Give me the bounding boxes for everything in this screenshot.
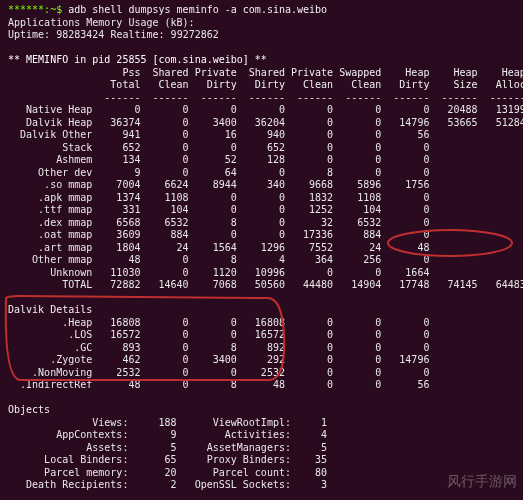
- table-row: Parcel memory: 20 Parcel count: 80: [8, 467, 515, 480]
- table-row: .oat mmap 3609 884 0 0 17336 884 0: [8, 229, 515, 242]
- table-header-2: Total Clean Dirty Dirty Clean Clean Dirt…: [8, 79, 515, 92]
- table-row: .NonMoving 2532 0 0 2532 0 0 0: [8, 367, 515, 380]
- objects-table: Views: 188 ViewRootImpl: 1 AppContexts: …: [8, 417, 515, 492]
- prompt-user-host: ******:~$: [8, 4, 62, 15]
- uptime-line: Uptime: 98283424 Realtime: 99272862: [8, 29, 515, 42]
- table-header-1: Pss Shared Private Shared Private Swappe…: [8, 67, 515, 80]
- table-row: Dalvik Heap 36374 0 3400 36204 0 0 14796…: [8, 117, 515, 130]
- dalvik-details-title: Dalvik Details: [8, 304, 515, 317]
- apps-mem-title: Applications Memory Usage (kB):: [8, 17, 515, 30]
- table-row: Native Heap 0 0 0 0 0 0 0 20488 13199 72…: [8, 104, 515, 117]
- table-row: AppContexts: 9 Activities: 4: [8, 429, 515, 442]
- dalvik-details-table: .Heap 16808 0 0 16808 0 0 0 .LOS 16572 0…: [8, 317, 515, 392]
- table-row: Ashmem 134 0 52 128 0 0 0: [8, 154, 515, 167]
- table-row: Other dev 9 0 64 0 8 0 0: [8, 167, 515, 180]
- meminfo-table: Native Heap 0 0 0 0 0 0 0 20488 13199 72…: [8, 104, 515, 292]
- table-row: Stack 652 0 0 652 0 0 0: [8, 142, 515, 155]
- table-row: Dalvik Other 941 0 16 940 0 0 56: [8, 129, 515, 142]
- table-row: TOTAL 72882 14640 7068 50560 44480 14904…: [8, 279, 515, 292]
- table-separator: ------ ------ ------ ------ ------ -----…: [8, 92, 515, 105]
- table-row: Other mmap 48 0 8 4 364 256 0: [8, 254, 515, 267]
- meminfo-title: ** MEMINFO in pid 25855 [com.sina.weibo]…: [8, 54, 515, 67]
- table-row: Death Recipients: 2 OpenSSL Sockets: 3: [8, 479, 515, 492]
- objects-title: Objects: [8, 404, 515, 417]
- table-row: .LOS 16572 0 0 16572 0 0 0: [8, 329, 515, 342]
- table-row: .GC 893 0 8 892 0 0 0: [8, 342, 515, 355]
- table-row: .dex mmap 6568 6532 8 0 32 6532 0: [8, 217, 515, 230]
- table-row: Assets: 5 AssetManagers: 5: [8, 442, 515, 455]
- table-row: .ttf mmap 331 104 0 0 1252 104 0: [8, 204, 515, 217]
- table-row: .apk mmap 1374 1108 0 0 1832 1108 0: [8, 192, 515, 205]
- table-row: .art mmap 1804 24 1564 1296 7552 24 48: [8, 242, 515, 255]
- table-row: .so mmap 7004 6624 8944 340 9668 5896 17…: [8, 179, 515, 192]
- shell-command: adb shell dumpsys meminfo -a com.sina.we…: [68, 4, 327, 15]
- shell-prompt-line[interactable]: ******:~$ adb shell dumpsys meminfo -a c…: [8, 4, 515, 17]
- table-row: .Heap 16808 0 0 16808 0 0 0: [8, 317, 515, 330]
- table-row: Local Binders: 65 Proxy Binders: 35: [8, 454, 515, 467]
- table-row: .IndirectRef 48 0 8 48 0 0 56: [8, 379, 515, 392]
- table-row: .Zygote 462 0 3400 292 0 0 14796: [8, 354, 515, 367]
- table-row: Views: 188 ViewRootImpl: 1: [8, 417, 515, 430]
- table-row: Unknown 11030 0 1120 10996 0 0 1664: [8, 267, 515, 280]
